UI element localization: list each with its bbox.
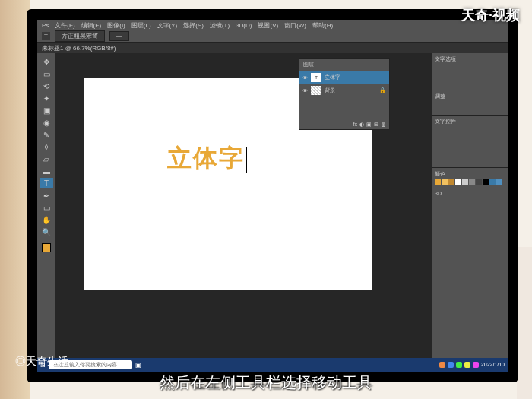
watermark-top-right: 天奇·视频: [461, 6, 520, 24]
layers-panel[interactable]: 图层 👁 T 立体字 👁 背景 🔒 fx ◐ ▣ ⊞ 🗑: [299, 58, 390, 130]
stamp-tool[interactable]: ◊: [40, 141, 53, 152]
move-tool[interactable]: ✥: [40, 56, 53, 67]
clock[interactable]: 2022/1/10: [481, 362, 505, 368]
properties-panel[interactable]: 文字选项: [432, 53, 508, 90]
tray-icon[interactable]: [456, 362, 462, 368]
color-swatches[interactable]: [435, 179, 505, 185]
menu-help[interactable]: 帮助(H): [312, 21, 333, 30]
tray-icon[interactable]: [464, 362, 470, 368]
menu-file[interactable]: 文件(F): [55, 21, 74, 30]
character-header: 文字控件: [435, 118, 505, 125]
swatch[interactable]: [483, 179, 489, 185]
text-cursor: [246, 147, 247, 173]
menu-type[interactable]: 文字(Y): [157, 21, 178, 30]
color-swatch-fg[interactable]: [42, 243, 51, 252]
font-select[interactable]: 方正粗黑宋简: [55, 30, 105, 42]
tray-icon[interactable]: [439, 362, 445, 368]
swatch[interactable]: [489, 179, 496, 185]
layers-panel-header: 图层: [299, 59, 389, 71]
layer-row-text[interactable]: 👁 T 立体字: [299, 71, 389, 84]
layer-thumb: T: [311, 73, 321, 82]
swatch[interactable]: [442, 179, 448, 185]
menu-select[interactable]: 选择(S): [183, 21, 204, 30]
gradient-tool[interactable]: ▬: [40, 166, 53, 176]
font-weight-select[interactable]: —: [109, 31, 129, 41]
new-layer-icon[interactable]: ⊞: [374, 122, 378, 128]
swatch[interactable]: [455, 179, 461, 185]
crop-tool[interactable]: ▣: [40, 105, 53, 116]
document-tab[interactable]: 未标题1 @ 66.7%(RGB/8#): [42, 44, 116, 52]
layer-thumb: [311, 86, 321, 95]
task-view-icon[interactable]: ▣: [135, 362, 141, 369]
lasso-tool[interactable]: ⟲: [40, 81, 53, 91]
marquee-tool[interactable]: ▭: [40, 68, 53, 79]
trash-icon[interactable]: 🗑: [381, 122, 386, 128]
menu-view[interactable]: 视图(V): [258, 21, 278, 30]
type-tool[interactable]: T: [40, 178, 53, 188]
swatch[interactable]: [462, 179, 468, 185]
swatch[interactable]: [496, 179, 502, 185]
menu-layer[interactable]: 图层(L): [131, 21, 151, 30]
desk-background-left: [0, 0, 30, 399]
document-tab-bar: 未标题1 @ 66.7%(RGB/8#): [37, 43, 508, 53]
menu-bar[interactable]: Ps 文件(F) 编辑(E) 图像(I) 图层(L) 文字(Y) 选择(S) 滤…: [37, 20, 508, 30]
desk-notebook: [517, 247, 532, 399]
canvas-text-content: 立体字: [167, 144, 245, 172]
tool-bar: ✥ ▭ ⟲ ✦ ▣ ◉ ✎ ◊ ▱ ▬ T ✒ ▭ ✋ 🔍: [37, 53, 55, 364]
tray-icon[interactable]: [473, 362, 479, 368]
swatch[interactable]: [469, 179, 475, 185]
tray-icon[interactable]: [448, 362, 454, 368]
fx-icon[interactable]: fx: [353, 122, 357, 128]
3d-header: 3D: [435, 191, 505, 196]
menu-window[interactable]: 窗口(W): [284, 21, 306, 30]
wand-tool[interactable]: ✦: [40, 93, 53, 103]
windows-taskbar[interactable]: ⊞ 在这里输入你要搜索的内容 ▣ 2022/1/10: [37, 358, 508, 372]
visibility-icon[interactable]: 👁: [302, 75, 308, 81]
right-panel-dock: 文字选项 调整 文字控件 颜色 3D: [432, 53, 508, 364]
menu-edit[interactable]: 编辑(E): [81, 21, 102, 30]
monitor-frame: Ps 文件(F) 编辑(E) 图像(I) 图层(L) 文字(Y) 选择(S) 滤…: [27, 9, 518, 382]
shape-tool[interactable]: ▭: [40, 202, 53, 213]
menu-filter[interactable]: 滤镜(T): [210, 21, 230, 30]
canvas-text-layer[interactable]: 立体字: [167, 142, 247, 176]
photoshop-window: Ps 文件(F) 编辑(E) 图像(I) 图层(L) 文字(Y) 选择(S) 滤…: [37, 20, 508, 372]
eyedropper-tool[interactable]: ◉: [40, 117, 53, 128]
swatch[interactable]: [448, 179, 454, 185]
mask-icon[interactable]: ◐: [359, 122, 364, 128]
options-bar[interactable]: T 方正粗黑宋简 —: [37, 30, 508, 43]
color-header: 颜色: [435, 170, 505, 178]
brush-tool[interactable]: ✎: [40, 129, 53, 140]
properties-header: 文字选项: [435, 55, 505, 63]
color-panel[interactable]: 颜色: [432, 168, 508, 188]
adjust-header: 调整: [435, 93, 505, 100]
menu-image[interactable]: 图像(I): [107, 21, 125, 30]
type-tool-icon: T: [42, 32, 50, 40]
system-tray[interactable]: 2022/1/10: [439, 362, 505, 368]
swatch[interactable]: [435, 179, 441, 185]
folder-icon[interactable]: ▣: [366, 122, 372, 128]
zoom-tool[interactable]: 🔍: [40, 226, 53, 237]
ps-logo-icon: Ps: [42, 22, 49, 29]
layers-footer: fx ◐ ▣ ⊞ 🗑: [299, 120, 389, 129]
pen-tool[interactable]: ✒: [40, 190, 53, 201]
eraser-tool[interactable]: ▱: [40, 154, 53, 164]
visibility-icon[interactable]: 👁: [302, 88, 308, 93]
layer-name[interactable]: 立体字: [325, 74, 340, 81]
3d-panel[interactable]: 3D: [432, 188, 508, 364]
swatch[interactable]: [476, 179, 482, 185]
menu-3d[interactable]: 3D(D): [236, 22, 252, 29]
video-subtitle: 然后在左侧工具栏选择移动工具: [160, 372, 372, 393]
layer-row-background[interactable]: 👁 背景 🔒: [299, 84, 389, 97]
character-panel[interactable]: 文字控件: [432, 116, 508, 168]
watermark-bottom-left: ◎天奇生活: [15, 355, 68, 369]
adjust-panel[interactable]: 调整: [432, 90, 508, 116]
layer-name[interactable]: 背景: [325, 87, 335, 94]
main-workspace: ✥ ▭ ⟲ ✦ ▣ ◉ ✎ ◊ ▱ ▬ T ✒ ▭ ✋ 🔍 立体字: [37, 53, 508, 364]
lock-icon: 🔒: [379, 87, 386, 93]
hand-tool[interactable]: ✋: [40, 214, 53, 225]
